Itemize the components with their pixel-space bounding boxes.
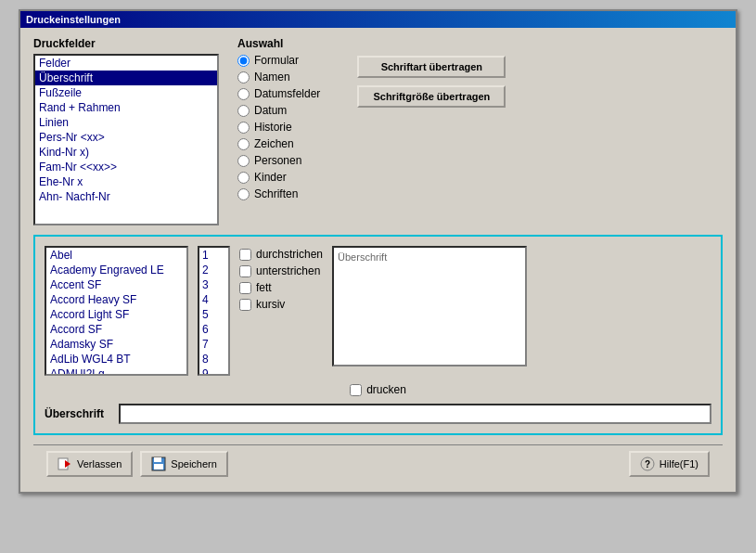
list-item[interactable]: Fußzeile [35,85,217,100]
bottom-left-buttons: Verlassen Speichern [46,451,228,477]
font-list[interactable]: Abel Academy Engraved LE Accent SF Accor… [45,246,188,376]
check-kursiv[interactable]: kursiv [239,298,323,311]
check-drucken[interactable]: drucken [350,383,406,396]
size-list[interactable]: 1 2 3 4 5 6 7 8 9 10 [198,246,230,376]
size-item[interactable]: 2 [199,263,228,277]
size-item[interactable]: 3 [199,277,228,292]
verlassen-button[interactable]: Verlassen [46,451,133,477]
verlassen-icon [58,457,72,471]
schriftgroesse-button[interactable]: Schriftgröße übertragen [357,85,506,108]
ueberschrift-row: Überschrift [45,404,711,424]
list-item[interactable]: Ahn- Nachf-Nr [35,189,217,204]
auswahl-label: Auswahl [237,37,320,50]
font-item[interactable]: Academy Engraved LE [46,263,186,277]
drucken-label: drucken [366,383,406,396]
druckfelder-section: Druckfelder Felder Überschrift Fußzeile … [33,37,219,225]
size-item[interactable]: 4 [199,292,228,307]
radio-historie[interactable]: Historie [237,121,320,134]
svg-rect-4 [154,464,163,469]
radio-personen[interactable]: Personen [237,154,320,167]
font-item[interactable]: AdLib WGL4 BT [46,352,186,367]
list-item[interactable]: Rand + Rahmen [35,100,217,115]
list-item[interactable]: Pers-Nr <xx> [35,130,217,145]
size-item[interactable]: 6 [199,322,228,337]
hilfe-button[interactable]: ? Hilfe(F1) [629,451,710,477]
ueberschrift-input[interactable] [119,404,711,424]
dialog-container: Druckeinstellungen Druckfelder Felder Üb… [19,9,737,494]
speichern-button[interactable]: Speichern [140,451,228,477]
lower-panel: Abel Academy Engraved LE Accent SF Accor… [33,235,723,435]
list-item[interactable]: Linien [35,115,217,130]
preview-box: Überschrift [332,246,527,367]
font-item[interactable]: Abel [46,248,186,263]
dialog-body: Druckfelder Felder Überschrift Fußzeile … [20,28,736,492]
check-fett[interactable]: fett [239,281,323,294]
auswahl-radio-group: Formular Namen Datumsfelder Datum Histor… [237,54,320,200]
list-item[interactable]: Felder [35,56,217,71]
size-item[interactable]: 5 [199,307,228,322]
radio-datumsfelder[interactable]: Datumsfelder [237,87,320,100]
font-item[interactable]: Accent SF [46,277,186,292]
check-durchstrichen[interactable]: durchstrichen [239,248,323,261]
schriftart-button[interactable]: Schriftart übertragen [357,56,506,78]
style-checkboxes: durchstrichen unterstrichen fett kursiv [239,246,323,311]
top-section: Druckfelder Felder Überschrift Fußzeile … [33,37,723,225]
font-item[interactable]: Accord Heavy SF [46,292,186,307]
dialog-title: Druckeinstellungen [26,14,121,25]
auswahl-section: Auswahl Formular Namen Datumsfelder Datu… [237,37,320,225]
list-item[interactable]: Überschrift [35,71,217,85]
radio-schriften[interactable]: Schriften [237,187,320,200]
radio-zeichen[interactable]: Zeichen [237,137,320,150]
font-item[interactable]: Accord SF [46,322,186,337]
radio-formular[interactable]: Formular [237,54,320,67]
font-item[interactable]: Adamsky SF [46,337,186,352]
lower-top: Abel Academy Engraved LE Accent SF Accor… [45,246,711,376]
speichern-icon [151,457,166,471]
right-buttons: Schriftart übertragen Schriftgröße übert… [357,56,506,225]
check-unterstrichen[interactable]: unterstrichen [239,264,323,277]
preview-label: Überschrift [338,251,387,263]
druckfelder-label: Druckfelder [33,37,219,50]
list-item[interactable]: Fam-Nr <<xx>> [35,160,217,174]
speichern-label: Speichern [171,458,217,469]
font-item[interactable]: ADMUI2Lg [46,367,186,376]
ueberschrift-label: Überschrift [45,407,109,420]
title-bar: Druckeinstellungen [20,11,736,28]
size-item[interactable]: 9 [199,367,228,376]
list-item[interactable]: Kind-Nr x) [35,145,217,160]
druckfelder-list[interactable]: Felder Überschrift Fußzeile Rand + Rahme… [33,54,219,225]
radio-namen[interactable]: Namen [237,71,320,84]
hilfe-icon: ? [640,457,655,471]
font-item[interactable]: Accord Light SF [46,307,186,322]
svg-rect-3 [154,457,161,462]
list-item[interactable]: Ehe-Nr x [35,174,217,189]
size-item[interactable]: 7 [199,337,228,352]
radio-kinder[interactable]: Kinder [237,171,320,184]
size-list-container: 1 2 3 4 5 6 7 8 9 10 [198,246,230,376]
radio-datum[interactable]: Datum [237,104,320,117]
drucken-row: drucken [45,383,711,396]
size-item[interactable]: 1 [199,248,228,263]
hilfe-label: Hilfe(F1) [660,458,698,469]
font-list-container: Abel Academy Engraved LE Accent SF Accor… [45,246,188,376]
size-item[interactable]: 8 [199,352,228,367]
verlassen-label: Verlassen [77,458,122,469]
svg-text:?: ? [645,459,650,469]
bottom-bar: Verlassen Speichern ? Hilfe(F1) [33,444,723,482]
